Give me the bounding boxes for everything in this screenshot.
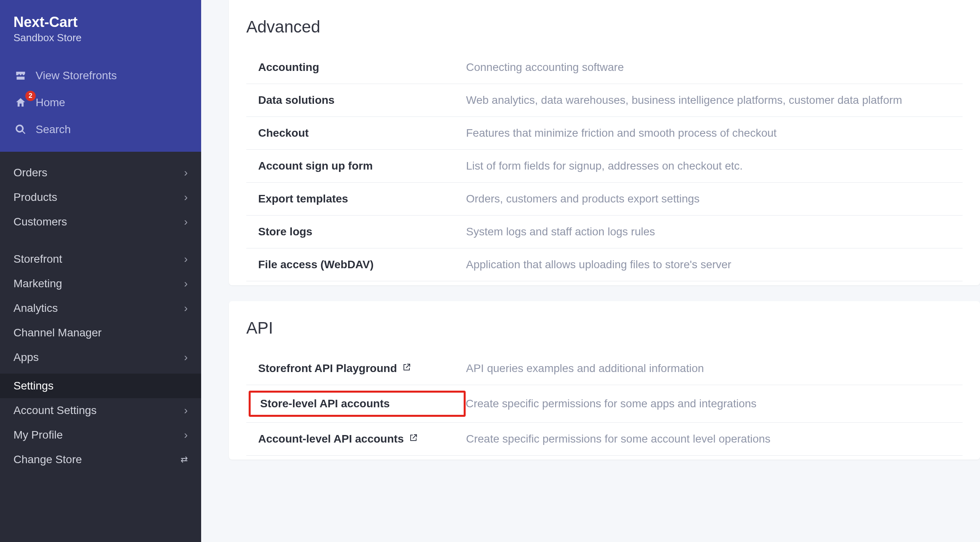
quick-home-label: Home: [36, 96, 65, 109]
nav-orders[interactable]: Orders ›: [0, 160, 201, 185]
row-storefront-api-playground-desc: API queries examples and additional info…: [466, 362, 704, 375]
chevron-right-icon: ›: [184, 253, 188, 265]
nav-settings[interactable]: Settings: [0, 374, 201, 398]
row-accounting-title: Accounting: [246, 61, 466, 74]
main-content: Advanced Accounting Connecting accountin…: [201, 0, 980, 542]
row-data-solutions[interactable]: Data solutions Web analytics, data wareh…: [246, 84, 963, 117]
nav-my-profile-label: My Profile: [13, 429, 63, 441]
row-checkout[interactable]: Checkout Features that minimize friction…: [246, 117, 963, 150]
row-store-level-api-desc: Create specific permissions for some app…: [466, 397, 757, 410]
sidebar-header: Next-Cart Sandbox Store: [0, 0, 201, 62]
row-signup-form-desc: List of form fields for signup, addresse…: [466, 160, 743, 172]
nav-customers[interactable]: Customers ›: [0, 210, 201, 234]
nav-change-store[interactable]: Change Store ⇄: [0, 447, 201, 472]
row-account-level-api[interactable]: Account-level API accounts Create specif…: [246, 423, 963, 456]
nav-account-settings[interactable]: Account Settings ›: [0, 398, 201, 423]
row-store-logs-desc: System logs and staff action logs rules: [466, 225, 655, 238]
nav-divider: [0, 234, 201, 247]
nav-customers-label: Customers: [13, 216, 67, 228]
row-store-logs[interactable]: Store logs System logs and staff action …: [246, 216, 963, 248]
row-file-access[interactable]: File access (WebDAV) Application that al…: [246, 248, 963, 281]
row-storefront-api-playground[interactable]: Storefront API Playground API queries ex…: [246, 352, 963, 385]
nav-analytics[interactable]: Analytics ›: [0, 296, 201, 321]
row-store-logs-title: Store logs: [246, 225, 466, 238]
row-store-level-api-title: Store-level API accounts: [249, 391, 466, 417]
row-export-templates[interactable]: Export templates Orders, customers and p…: [246, 183, 963, 216]
nav-marketing[interactable]: Marketing ›: [0, 271, 201, 296]
row-file-access-desc: Application that allows uploading files …: [466, 258, 731, 271]
nav-account-settings-label: Account Settings: [13, 404, 97, 417]
row-data-solutions-desc: Web analytics, data warehouses, business…: [466, 94, 902, 107]
row-accounting-desc: Connecting accounting software: [466, 61, 624, 74]
quick-view-storefronts-label: View Storefronts: [36, 69, 117, 82]
chevron-right-icon: ›: [184, 404, 188, 417]
nav-storefront-label: Storefront: [13, 253, 62, 265]
row-signup-form[interactable]: Account sign up form List of form fields…: [246, 150, 963, 183]
panel-advanced: Advanced Accounting Connecting accountin…: [229, 0, 980, 285]
row-export-templates-desc: Orders, customers and products export se…: [466, 193, 700, 205]
nav-apps[interactable]: Apps ›: [0, 345, 201, 370]
quick-search[interactable]: Search: [13, 116, 188, 143]
chevron-right-icon: ›: [184, 277, 188, 290]
quick-search-label: Search: [36, 123, 71, 136]
external-link-icon: [409, 433, 418, 445]
chevron-right-icon: ›: [184, 191, 188, 204]
panel-advanced-title: Advanced: [246, 14, 963, 51]
row-storefront-api-playground-text: Storefront API Playground: [258, 362, 397, 375]
search-icon: [13, 122, 28, 137]
brand-subtitle: Sandbox Store: [13, 32, 188, 62]
brand-title: Next-Cart: [13, 15, 188, 32]
nav-products-label: Products: [13, 191, 57, 204]
nav-analytics-label: Analytics: [13, 302, 58, 315]
nav-change-store-label: Change Store: [13, 453, 82, 466]
row-store-level-api[interactable]: Store-level API accounts Create specific…: [246, 385, 963, 423]
panel-api-title: API: [246, 315, 963, 352]
home-badge: 2: [25, 91, 36, 101]
nav-apps-label: Apps: [13, 351, 39, 364]
chevron-right-icon: ›: [184, 429, 188, 441]
nav-channel-manager[interactable]: Channel Manager: [0, 321, 201, 345]
chevron-right-icon: ›: [184, 302, 188, 315]
row-checkout-title: Checkout: [246, 127, 466, 139]
chevron-right-icon: ›: [184, 216, 188, 228]
nav-storefront[interactable]: Storefront ›: [0, 247, 201, 271]
sidebar: Next-Cart Sandbox Store View Storefronts…: [0, 0, 201, 542]
quick-home[interactable]: 2 Home: [13, 89, 188, 116]
chevron-right-icon: ›: [184, 166, 188, 179]
nav-marketing-label: Marketing: [13, 277, 62, 290]
nav-settings-label: Settings: [13, 380, 53, 392]
row-account-level-api-title: Account-level API accounts: [246, 433, 466, 445]
row-data-solutions-title: Data solutions: [246, 94, 466, 107]
storefront-icon: [13, 69, 28, 83]
row-signup-form-title: Account sign up form: [246, 160, 466, 172]
row-export-templates-title: Export templates: [246, 193, 466, 205]
external-link-icon: [402, 362, 411, 375]
nav-my-profile[interactable]: My Profile ›: [0, 423, 201, 447]
chevron-right-icon: ›: [184, 351, 188, 364]
row-file-access-title: File access (WebDAV): [246, 258, 466, 271]
sidebar-quick-links: View Storefronts 2 Home Search: [0, 62, 201, 152]
nav-channel-manager-label: Channel Manager: [13, 326, 102, 339]
row-storefront-api-playground-title: Storefront API Playground: [246, 362, 466, 375]
swap-icon: ⇄: [181, 454, 188, 465]
row-checkout-desc: Features that minimize friction and smoo…: [466, 127, 776, 139]
nav-orders-label: Orders: [13, 166, 48, 179]
sidebar-nav: Orders › Products › Customers › Storefro…: [0, 152, 201, 542]
row-accounting[interactable]: Accounting Connecting accounting softwar…: [246, 51, 963, 84]
quick-view-storefronts[interactable]: View Storefronts: [13, 62, 188, 89]
row-account-level-api-text: Account-level API accounts: [258, 433, 404, 445]
row-account-level-api-desc: Create specific permissions for some acc…: [466, 433, 771, 445]
app-root: Next-Cart Sandbox Store View Storefronts…: [0, 0, 980, 542]
nav-products[interactable]: Products ›: [0, 185, 201, 210]
panel-api: API Storefront API Playground API querie…: [229, 301, 980, 460]
